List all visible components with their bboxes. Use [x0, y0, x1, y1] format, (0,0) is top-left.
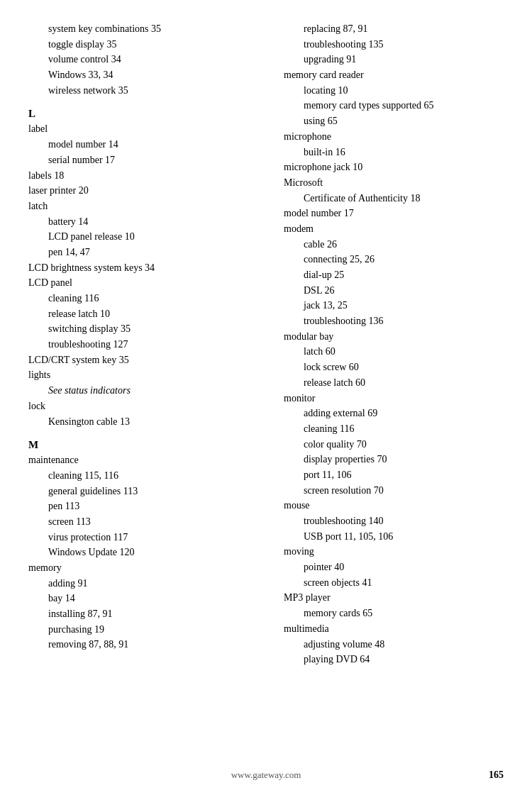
list-item: memory card reader: [284, 67, 504, 83]
list-item: microphone: [284, 129, 504, 145]
list-item: lock screw 60: [284, 360, 504, 375]
list-item: model number 17: [284, 206, 504, 221]
list-item: built-in 16: [284, 145, 504, 160]
list-item: wireless network 35: [28, 83, 270, 99]
list-item: multimedia: [284, 621, 504, 637]
list-item: color quality 70: [284, 437, 504, 452]
list-item: installing 87, 91: [28, 606, 270, 622]
section-m: M maintenance cleaning 115, 116 general …: [28, 439, 270, 652]
list-item: USB port 11, 105, 106: [284, 529, 504, 545]
list-item: labels 18: [28, 168, 270, 184]
page-container: system key combinations 35 toggle displa…: [0, 0, 532, 795]
list-item: troubleshooting 135: [284, 37, 504, 52]
list-item: release latch 10: [28, 306, 270, 322]
list-item: See status indicators: [28, 383, 270, 399]
list-item: screen 113: [28, 514, 270, 530]
list-item: Kensington cable 13: [28, 414, 270, 430]
list-item: adding external 69: [284, 406, 504, 421]
list-item: screen objects 41: [284, 575, 504, 591]
list-item: purchasing 19: [28, 622, 270, 638]
list-item: jack 13, 25: [284, 298, 504, 313]
section-letter-m: M: [28, 439, 270, 451]
footer-url: www.gateway.com: [0, 769, 532, 781]
list-item: general guidelines 113: [28, 484, 270, 499]
list-item: removing 87, 88, 91: [28, 637, 270, 652]
list-item: volume control 34: [28, 52, 270, 67]
list-item: memory: [28, 560, 270, 576]
list-item: LCD panel: [28, 275, 270, 291]
list-item: Windows Update 120: [28, 545, 270, 560]
list-item: moving: [284, 544, 504, 560]
list-item: switching display 35: [28, 321, 270, 337]
list-item: pen 14, 47: [28, 245, 270, 260]
section-l: L label model number 14 serial number 17…: [28, 108, 270, 429]
list-item: virus protection 117: [28, 530, 270, 545]
list-item: DSL 26: [284, 283, 504, 299]
list-item: monitor: [284, 391, 504, 406]
list-item: Certificate of Authenticity 18: [284, 191, 504, 206]
list-item: dial-up 25: [284, 267, 504, 283]
list-item: LCD brightness system keys 34: [28, 260, 270, 276]
list-item: Microsoft: [284, 175, 504, 191]
list-item: upgrading 91: [284, 52, 504, 67]
list-item: port 11, 106: [284, 467, 504, 483]
list-item: mouse: [284, 498, 504, 513]
list-item: locating 10: [284, 83, 504, 99]
list-item: laser printer 20: [28, 183, 270, 199]
list-item: memory card types supported 65: [284, 98, 504, 113]
list-item: bay 14: [28, 591, 270, 606]
list-item: connecting 25, 26: [284, 252, 504, 267]
list-item: cleaning 116: [284, 421, 504, 437]
list-item: LCD panel release 10: [28, 229, 270, 245]
list-item: display properties 70: [284, 452, 504, 467]
list-item: pointer 40: [284, 560, 504, 575]
right-entries: replacing 87, 91 troubleshooting 135 upg…: [284, 21, 504, 667]
list-item: label: [28, 121, 270, 137]
list-item: serial number 17: [28, 152, 270, 168]
list-item: microphone jack 10: [284, 160, 504, 175]
list-item: using 65: [284, 113, 504, 129]
list-item: troubleshooting 127: [28, 337, 270, 352]
two-column-layout: system key combinations 35 toggle displa…: [28, 21, 504, 670]
list-item: lights: [28, 367, 270, 383]
right-column: replacing 87, 91 troubleshooting 135 upg…: [284, 21, 504, 670]
list-item: pen 113: [28, 499, 270, 514]
list-item: LCD/CRT system key 35: [28, 352, 270, 368]
list-item: lock: [28, 399, 270, 414]
list-item: memory cards 65: [284, 606, 504, 621]
list-item: playing DVD 64: [284, 652, 504, 667]
list-item: troubleshooting 140: [284, 513, 504, 529]
list-item: modem: [284, 221, 504, 237]
list-item: troubleshooting 136: [284, 313, 504, 329]
list-item: adding 91: [28, 576, 270, 591]
list-item: latch: [28, 199, 270, 214]
page-footer: www.gateway.com 165: [0, 769, 532, 781]
left-column: system key combinations 35 toggle displa…: [28, 21, 284, 670]
list-item: maintenance: [28, 452, 270, 468]
section-letter-l: L: [28, 108, 270, 120]
list-item: model number 14: [28, 137, 270, 152]
list-item: latch 60: [284, 344, 504, 360]
footer-page-number: 165: [489, 769, 504, 781]
list-item: system key combinations 35: [28, 21, 270, 37]
list-item: release latch 60: [284, 375, 504, 391]
list-item: cleaning 115, 116: [28, 468, 270, 484]
list-item: screen resolution 70: [284, 483, 504, 499]
list-item: toggle display 35: [28, 37, 270, 52]
list-item: replacing 87, 91: [284, 21, 504, 37]
list-item: cleaning 116: [28, 291, 270, 306]
list-item: battery 14: [28, 214, 270, 230]
list-item: MP3 player: [284, 590, 504, 606]
list-item: adjusting volume 48: [284, 637, 504, 652]
list-item: Windows 33, 34: [28, 67, 270, 83]
list-item: modular bay: [284, 329, 504, 345]
left-top-entries: system key combinations 35 toggle displa…: [28, 21, 270, 98]
list-item: cable 26: [284, 237, 504, 252]
